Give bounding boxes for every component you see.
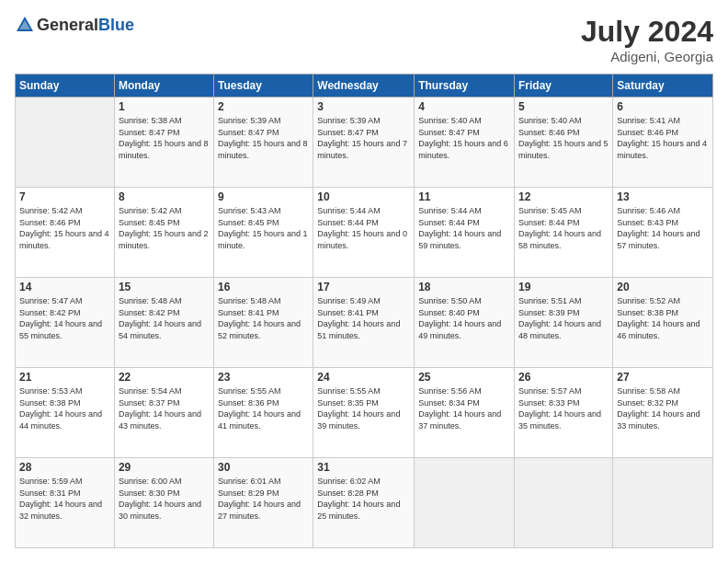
day-number: 7 (19, 190, 110, 203)
day-number: 26 (518, 371, 609, 384)
day-number: 24 (317, 371, 410, 384)
day-info: Sunrise: 5:42 AM Sunset: 8:45 PM Dayligh… (119, 205, 210, 251)
day-number: 15 (119, 281, 210, 293)
calendar-day-cell: 24Sunrise: 5:55 AM Sunset: 8:35 PM Dayli… (313, 368, 415, 458)
weekday-header-cell: Tuesday (214, 75, 313, 98)
calendar-day-cell: 18Sunrise: 5:50 AM Sunset: 8:40 PM Dayli… (415, 278, 515, 368)
day-number: 2 (218, 100, 309, 113)
calendar-week-row: 21Sunrise: 5:53 AM Sunset: 8:38 PM Dayli… (16, 368, 713, 458)
calendar-day-cell: 14Sunrise: 5:47 AM Sunset: 8:42 PM Dayli… (16, 278, 115, 368)
month-year: July 2024 (581, 15, 713, 49)
day-info: Sunrise: 5:57 AM Sunset: 8:33 PM Dayligh… (518, 385, 609, 431)
day-number: 17 (317, 281, 410, 293)
day-number: 23 (218, 371, 309, 384)
day-number: 14 (19, 281, 110, 293)
calendar-day-cell: 13Sunrise: 5:46 AM Sunset: 8:43 PM Dayli… (613, 188, 713, 278)
day-number: 31 (317, 461, 410, 474)
day-number: 4 (418, 100, 510, 113)
day-info: Sunrise: 6:01 AM Sunset: 8:29 PM Dayligh… (218, 476, 309, 522)
day-number: 22 (119, 371, 210, 384)
day-number: 6 (617, 100, 709, 113)
calendar-day-cell (415, 458, 515, 548)
calendar: SundayMondayTuesdayWednesdayThursdayFrid… (15, 74, 713, 548)
day-info: Sunrise: 5:58 AM Sunset: 8:32 PM Dayligh… (617, 385, 709, 431)
day-number: 9 (218, 190, 309, 203)
calendar-week-row: 28Sunrise: 5:59 AM Sunset: 8:31 PM Dayli… (16, 458, 713, 548)
weekday-header-cell: Wednesday (313, 75, 415, 98)
day-number: 11 (418, 190, 510, 203)
calendar-day-cell: 28Sunrise: 5:59 AM Sunset: 8:31 PM Dayli… (16, 458, 115, 548)
calendar-day-cell: 30Sunrise: 6:01 AM Sunset: 8:29 PM Dayli… (214, 458, 313, 548)
day-info: Sunrise: 5:49 AM Sunset: 8:41 PM Dayligh… (317, 295, 410, 341)
calendar-day-cell: 21Sunrise: 5:53 AM Sunset: 8:38 PM Dayli… (16, 368, 115, 458)
calendar-day-cell: 2Sunrise: 5:39 AM Sunset: 8:47 PM Daylig… (214, 98, 313, 188)
day-info: Sunrise: 5:41 AM Sunset: 8:46 PM Dayligh… (617, 115, 709, 161)
day-number: 1 (119, 100, 210, 113)
calendar-day-cell: 16Sunrise: 5:48 AM Sunset: 8:41 PM Dayli… (214, 278, 313, 368)
location: Adigeni, Georgia (581, 49, 713, 64)
calendar-week-row: 1Sunrise: 5:38 AM Sunset: 8:47 PM Daylig… (16, 98, 713, 188)
day-number: 20 (617, 281, 709, 293)
day-number: 18 (418, 281, 510, 293)
day-number: 29 (119, 461, 210, 474)
calendar-day-cell: 5Sunrise: 5:40 AM Sunset: 8:46 PM Daylig… (515, 98, 613, 188)
day-info: Sunrise: 5:39 AM Sunset: 8:47 PM Dayligh… (218, 115, 309, 161)
calendar-day-cell: 19Sunrise: 5:51 AM Sunset: 8:39 PM Dayli… (515, 278, 613, 368)
calendar-day-cell: 17Sunrise: 5:49 AM Sunset: 8:41 PM Dayli… (313, 278, 415, 368)
day-number: 3 (317, 100, 410, 113)
day-info: Sunrise: 5:50 AM Sunset: 8:40 PM Dayligh… (418, 295, 510, 341)
page: GeneralBlue July 2024 Adigeni, Georgia S… (0, 0, 728, 563)
day-info: Sunrise: 5:48 AM Sunset: 8:42 PM Dayligh… (119, 295, 210, 341)
calendar-day-cell: 10Sunrise: 5:44 AM Sunset: 8:44 PM Dayli… (313, 188, 415, 278)
day-info: Sunrise: 5:40 AM Sunset: 8:47 PM Dayligh… (418, 115, 510, 161)
day-info: Sunrise: 5:56 AM Sunset: 8:34 PM Dayligh… (418, 385, 510, 431)
day-number: 28 (19, 461, 110, 474)
day-number: 12 (518, 190, 609, 203)
day-info: Sunrise: 5:45 AM Sunset: 8:44 PM Dayligh… (518, 205, 609, 251)
day-number: 30 (218, 461, 309, 474)
day-info: Sunrise: 5:39 AM Sunset: 8:47 PM Dayligh… (317, 115, 410, 161)
calendar-day-cell: 3Sunrise: 5:39 AM Sunset: 8:47 PM Daylig… (313, 98, 415, 188)
day-info: Sunrise: 5:40 AM Sunset: 8:46 PM Dayligh… (518, 115, 609, 161)
calendar-day-cell: 26Sunrise: 5:57 AM Sunset: 8:33 PM Dayli… (515, 368, 613, 458)
title-block: July 2024 Adigeni, Georgia (581, 15, 713, 64)
day-info: Sunrise: 5:59 AM Sunset: 8:31 PM Dayligh… (19, 476, 110, 522)
weekday-header-cell: Monday (114, 75, 213, 98)
calendar-day-cell: 20Sunrise: 5:52 AM Sunset: 8:38 PM Dayli… (613, 278, 713, 368)
calendar-week-row: 7Sunrise: 5:42 AM Sunset: 8:46 PM Daylig… (16, 188, 713, 278)
day-info: Sunrise: 6:02 AM Sunset: 8:28 PM Dayligh… (317, 476, 410, 522)
day-info: Sunrise: 5:51 AM Sunset: 8:39 PM Dayligh… (518, 295, 609, 341)
calendar-day-cell: 22Sunrise: 5:54 AM Sunset: 8:37 PM Dayli… (114, 368, 213, 458)
calendar-day-cell (613, 458, 713, 548)
day-number: 13 (617, 190, 709, 203)
calendar-day-cell (515, 458, 613, 548)
day-info: Sunrise: 6:00 AM Sunset: 8:30 PM Dayligh… (119, 476, 210, 522)
day-number: 27 (617, 371, 709, 384)
day-info: Sunrise: 5:53 AM Sunset: 8:38 PM Dayligh… (19, 385, 110, 431)
day-info: Sunrise: 5:55 AM Sunset: 8:36 PM Dayligh… (218, 385, 309, 431)
calendar-day-cell: 7Sunrise: 5:42 AM Sunset: 8:46 PM Daylig… (16, 188, 115, 278)
logo-icon (15, 15, 35, 35)
weekday-header-cell: Friday (515, 75, 613, 98)
calendar-day-cell: 27Sunrise: 5:58 AM Sunset: 8:32 PM Dayli… (613, 368, 713, 458)
day-number: 19 (518, 281, 609, 293)
day-number: 21 (19, 371, 110, 384)
day-number: 8 (119, 190, 210, 203)
day-info: Sunrise: 5:43 AM Sunset: 8:45 PM Dayligh… (218, 205, 309, 251)
calendar-day-cell: 4Sunrise: 5:40 AM Sunset: 8:47 PM Daylig… (415, 98, 515, 188)
calendar-day-cell: 6Sunrise: 5:41 AM Sunset: 8:46 PM Daylig… (613, 98, 713, 188)
calendar-day-cell: 8Sunrise: 5:42 AM Sunset: 8:45 PM Daylig… (114, 188, 213, 278)
day-number: 16 (218, 281, 309, 293)
day-number: 10 (317, 190, 410, 203)
day-info: Sunrise: 5:52 AM Sunset: 8:38 PM Dayligh… (617, 295, 709, 341)
calendar-day-cell: 31Sunrise: 6:02 AM Sunset: 8:28 PM Dayli… (313, 458, 415, 548)
day-info: Sunrise: 5:42 AM Sunset: 8:46 PM Dayligh… (19, 205, 110, 251)
calendar-day-cell: 29Sunrise: 6:00 AM Sunset: 8:30 PM Dayli… (114, 458, 213, 548)
day-info: Sunrise: 5:48 AM Sunset: 8:41 PM Dayligh… (218, 295, 309, 341)
day-info: Sunrise: 5:47 AM Sunset: 8:42 PM Dayligh… (19, 295, 110, 341)
day-info: Sunrise: 5:46 AM Sunset: 8:43 PM Dayligh… (617, 205, 709, 251)
weekday-header-cell: Thursday (415, 75, 515, 98)
calendar-body: 1Sunrise: 5:38 AM Sunset: 8:47 PM Daylig… (16, 98, 713, 548)
header: GeneralBlue July 2024 Adigeni, Georgia (15, 15, 713, 64)
logo: GeneralBlue (15, 15, 134, 35)
